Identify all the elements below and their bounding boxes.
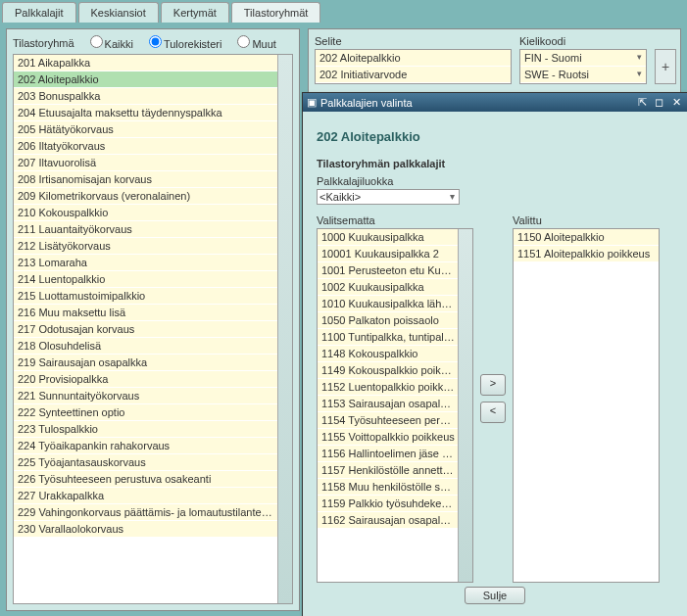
maximize-icon[interactable]: ◻	[653, 96, 666, 109]
list-item[interactable]: 206 Iltatyökorvaus	[14, 138, 278, 155]
list-item[interactable]: 1155 Voittopalkkio poikkeus	[318, 429, 459, 446]
dialog-icon: ▣	[307, 96, 317, 109]
kielikoodi-list[interactable]: FIN - SuomiSWE - Ruotsi	[519, 49, 647, 84]
luokka-label: Palkkalajiluokka	[317, 175, 673, 187]
restore-icon[interactable]: ⇱	[636, 96, 650, 109]
list-item[interactable]: 201 Aikapalkka	[14, 55, 278, 71]
add-row-button[interactable]: +	[655, 49, 676, 84]
list-item[interactable]: 202 Initiativarvode	[316, 67, 511, 83]
filter-row: Tilastoryhmä Kaikki Tulorekisteri Muut	[13, 35, 293, 50]
radio-kaikki[interactable]	[90, 35, 103, 48]
list-item[interactable]: 1154 Työsuhteeseen perustuva	[318, 412, 459, 429]
list-item[interactable]: 229 Vahingonkorvaus päättämis- ja lomaut…	[14, 504, 278, 521]
filter-label: Tilastoryhmä	[13, 37, 74, 49]
close-icon[interactable]: ✕	[669, 96, 683, 109]
list-item[interactable]: 212 Lisätyökorvaus	[14, 238, 278, 255]
valittu-list[interactable]: 1150 Aloitepalkkio1151 Aloitepalkkio poi…	[513, 228, 660, 583]
list-item[interactable]: 216 Muu maksettu lisä	[14, 305, 278, 321]
kielikoodi-label: Kielikoodi	[519, 35, 647, 47]
palkkalajien-valinta-dialog: ▣ Palkkalajien valinta ⇱ ◻ ✕ 202 Aloitep…	[302, 92, 687, 616]
tab-palkkalajit[interactable]: Palkkalajit	[2, 2, 76, 23]
list-item[interactable]: 1152 Luentopalkkio poikkeus	[318, 379, 459, 396]
list-item[interactable]: 1150 Aloitepalkkio	[514, 229, 659, 246]
list-item[interactable]: 227 Urakkapalkka	[14, 488, 278, 504]
list-item[interactable]: 224 Työaikapankin rahakorvaus	[14, 438, 278, 454]
list-item[interactable]: 1151 Aloitepalkkio poikkeus	[514, 246, 659, 262]
list-item[interactable]: 207 Iltavuorolisä	[14, 155, 278, 171]
list-item[interactable]: 204 Etuusajalta maksettu täydennyspalkka	[14, 105, 278, 121]
list-item[interactable]: 213 Lomaraha	[14, 255, 278, 271]
list-item[interactable]: 1000 Kuukausipalkka	[318, 229, 459, 246]
list-item[interactable]: 222 Synteettinen optio	[14, 404, 278, 421]
list-item[interactable]: 1157 Henkilöstölle annettu rahalahja	[318, 462, 459, 479]
valittu-label: Valittu	[513, 214, 660, 226]
list-item[interactable]: 1158 Muu henkilöstölle suunnattu	[318, 479, 459, 496]
list-item[interactable]: 209 Kilometrikorvaus (veronalainen)	[14, 188, 278, 205]
list-item[interactable]: 205 Hätätyökorvaus	[14, 121, 278, 138]
kielikoodi-item[interactable]: FIN - Suomi	[520, 50, 646, 67]
tab-kertymat[interactable]: Kertymät	[161, 2, 229, 23]
list-item[interactable]: 214 Luentopalkkio	[14, 271, 278, 288]
list-item[interactable]: 220 Provisiopalkka	[14, 371, 278, 388]
list-item[interactable]: 211 Lauantaityökorvaus	[14, 221, 278, 238]
list-item[interactable]: 226 Työsuhteeseen perustuva osakeanti	[14, 471, 278, 488]
list-item[interactable]: 202 Aloitepalkkio	[14, 71, 278, 88]
list-item[interactable]: 1149 Kokouspalkkio poikkeus	[318, 362, 459, 379]
valitsematta-label: Valitsematta	[317, 214, 473, 226]
list-item[interactable]: 210 Kokouspalkkio	[14, 205, 278, 221]
kielikoodi-item[interactable]: SWE - Ruotsi	[520, 67, 646, 83]
tab-bar: Palkkalajit Keskiansiot Kertymät Tilasto…	[0, 0, 687, 23]
tab-keskiansiot[interactable]: Keskiansiot	[78, 2, 159, 23]
list-item[interactable]: 202 Aloitepalkkio	[316, 50, 511, 67]
list-item[interactable]: 218 Olosuhdelisä	[14, 338, 278, 355]
radio-muut[interactable]	[237, 35, 250, 48]
dialog-titlebar[interactable]: ▣ Palkkalajien valinta ⇱ ◻ ✕	[303, 93, 687, 112]
list-item[interactable]: 215 Luottamustoimipalkkio	[14, 288, 278, 305]
radio-kaikki-label[interactable]: Kaikki	[84, 35, 133, 50]
palkkalajiluokka-combo[interactable]: <Kaikki>	[317, 189, 460, 205]
list-item[interactable]: 1002 Kuukausipalkka	[318, 279, 459, 296]
list-item[interactable]: 203 Bonuspalkka	[14, 88, 278, 105]
sulje-button[interactable]: Sulje	[465, 587, 525, 604]
radio-tulorekisteri-label[interactable]: Tulorekisteri	[143, 35, 222, 50]
list-item[interactable]: 223 Tulospalkkio	[14, 421, 278, 438]
move-right-button[interactable]: >	[480, 374, 506, 396]
list-item[interactable]: 1100 Tuntipalkka, tuntipalkkaiset	[318, 329, 459, 346]
list-item[interactable]: 1001 Perusteeton etu Kuukausipalkka	[318, 262, 459, 279]
list-item[interactable]: 221 Sunnuntaityökorvaus	[14, 388, 278, 404]
move-left-button[interactable]: <	[480, 402, 506, 423]
list-item[interactable]: 10001 Kuukausipalkka 2	[318, 246, 459, 262]
dialog-heading: 202 Aloitepalkkio	[317, 129, 673, 144]
tab-tilastoryhmat[interactable]: Tilastoryhmät	[231, 2, 321, 23]
list-item[interactable]: 1162 Sairausajan osapalkka	[318, 512, 459, 529]
tilastoryhma-list[interactable]: 201 Aikapalkka202 Aloitepalkkio203 Bonus…	[13, 54, 293, 604]
list-item[interactable]: 230 Varallaolokorvaus	[14, 521, 278, 538]
list-item[interactable]: 1148 Kokouspalkkio	[318, 346, 459, 362]
selite-list[interactable]: 202 Aloitepalkkio202 Initiativarvode	[315, 49, 512, 84]
list-item[interactable]: 217 Odotusajan korvaus	[14, 321, 278, 338]
list-item[interactable]: 1156 Hallintoelimen jäse maksettu	[318, 446, 459, 462]
list-item[interactable]: 1050 Palkaton poissaolo	[318, 312, 459, 329]
dialog-section-title: Tilastoryhmän palkkalajit	[317, 158, 673, 169]
scrollbar[interactable]	[458, 229, 472, 582]
list-item[interactable]: 219 Sairausajan osapalkka	[14, 355, 278, 371]
valitsematta-list[interactable]: 1000 Kuukausipalkka10001 Kuukausipalkka …	[317, 228, 473, 583]
list-item[interactable]: 1159 Palkkio työsuhdekeksinnöstä	[318, 496, 459, 512]
list-item[interactable]: 1010 Kuukausipalkka lähdevero	[318, 296, 459, 312]
radio-muut-label[interactable]: Muut	[231, 35, 275, 50]
radio-tulorekisteri[interactable]	[149, 35, 162, 48]
selite-label: Selite	[315, 35, 512, 47]
left-panel: Tilastoryhmä Kaikki Tulorekisteri Muut 2…	[6, 28, 300, 611]
scrollbar[interactable]	[277, 55, 292, 603]
list-item[interactable]: 208 Irtisanomisajan korvaus	[14, 171, 278, 188]
list-item[interactable]: 1153 Sairausajan osapalkka	[318, 396, 459, 412]
dialog-title: Palkkalajien valinta	[320, 97, 413, 109]
list-item[interactable]: 225 Työajantasauskorvaus	[14, 454, 278, 471]
